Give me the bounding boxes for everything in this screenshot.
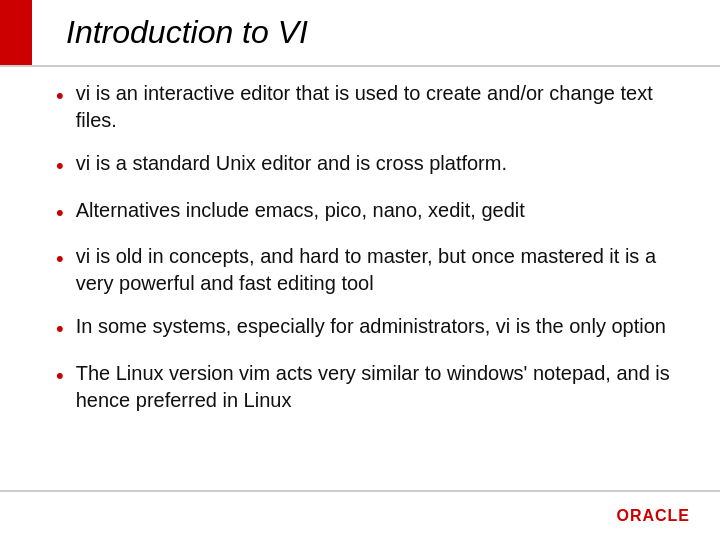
bullet-text: The Linux version vim acts very similar …: [76, 360, 680, 414]
list-item: •vi is old in concepts, and hard to mast…: [56, 243, 680, 297]
list-item: •vi is a standard Unix editor and is cro…: [56, 150, 680, 181]
bullet-text: vi is a standard Unix editor and is cros…: [76, 150, 507, 177]
slide-title: Introduction to VI: [66, 14, 308, 51]
list-item: •In some systems, especially for adminis…: [56, 313, 680, 344]
bullet-text: vi is an interactive editor that is used…: [76, 80, 680, 134]
bullet-dot-icon: •: [56, 361, 64, 391]
list-item: •vi is an interactive editor that is use…: [56, 80, 680, 134]
slide-content: •vi is an interactive editor that is use…: [56, 80, 680, 480]
bullet-dot-icon: •: [56, 314, 64, 344]
bullet-text: vi is old in concepts, and hard to maste…: [76, 243, 680, 297]
bullet-dot-icon: •: [56, 198, 64, 228]
bullet-dot-icon: •: [56, 151, 64, 181]
oracle-logo-text: ORACLE: [616, 507, 690, 525]
oracle-logo: ORACLE: [616, 507, 690, 525]
bullet-dot-icon: •: [56, 81, 64, 111]
bullet-text: In some systems, especially for administ…: [76, 313, 666, 340]
bullet-text: Alternatives include emacs, pico, nano, …: [76, 197, 525, 224]
bullet-list: •vi is an interactive editor that is use…: [56, 80, 680, 414]
list-item: •The Linux version vim acts very similar…: [56, 360, 680, 414]
slide-header: Introduction to VI: [0, 0, 720, 67]
list-item: •Alternatives include emacs, pico, nano,…: [56, 197, 680, 228]
bullet-dot-icon: •: [56, 244, 64, 274]
slide-footer: ORACLE: [0, 490, 720, 540]
